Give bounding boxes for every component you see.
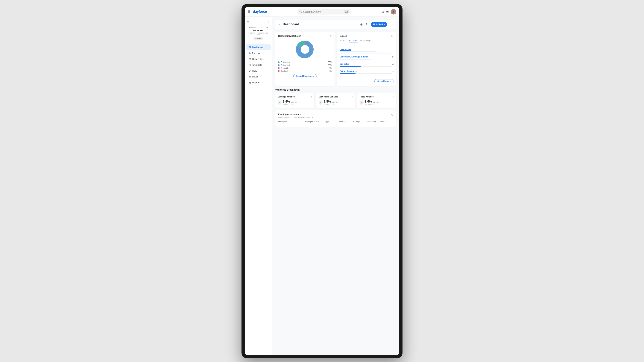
col-employees: Employees (278, 121, 304, 123)
sidebar-item-issues[interactable]: ◎ Issues (246, 74, 271, 79)
legend-blocked: Blocked 2% (278, 70, 332, 72)
col-employee-status: Employee Status (305, 121, 324, 123)
pie-chart-container: Calculating 33% Calculated 65% (278, 40, 332, 72)
sidebar-status-badge: Unlocked (253, 37, 264, 40)
sidebar-item-time-data[interactable]: ◷ Time Data (246, 62, 271, 68)
search-icon: 🔍 (299, 10, 302, 13)
refresh-icon[interactable]: ↻ (365, 22, 369, 27)
sidebar-item-roe[interactable]: ⊙ ROE (246, 68, 271, 74)
issue-count-ded-earn-taxes: 6 (392, 56, 394, 58)
pie-chart (295, 40, 315, 59)
settings-icon[interactable]: ⚙ (382, 10, 384, 13)
search-input[interactable] (303, 10, 342, 13)
deductions-variance-chevron: › (352, 96, 353, 98)
legend-calculating: Calculating 33% (278, 61, 332, 63)
issue-name-other[interactable]: 2 Other Categories (340, 70, 357, 72)
see-all-issues-button[interactable]: See All Issues (374, 79, 394, 83)
search-filter-dropdown[interactable]: All (344, 10, 349, 13)
hamburger-icon[interactable]: ☰ (248, 10, 250, 13)
sidebar-item-label: Preview (252, 52, 260, 54)
taxes-label: Last run (373, 101, 379, 103)
svg-point-0 (300, 45, 309, 54)
sidebar-item-dashboard[interactable]: ⊞ Dashboard (246, 44, 271, 50)
col-earnings: Earnings (353, 121, 366, 123)
unlocked-button[interactable]: Unlocked ▾ (371, 22, 387, 27)
preview-icon: ◎ (248, 52, 251, 54)
data-entries-icon: ▤ (248, 57, 251, 60)
issues-tab-warnings[interactable]: 11 Warnings (360, 40, 371, 43)
issues-refresh-icon[interactable]: ↻ (391, 34, 394, 38)
issue-name-org-setup[interactable]: Org Setup (340, 63, 349, 65)
earnings-variance-title: Earnings Variance (278, 96, 295, 98)
deductions-pct: 2.8% (324, 100, 331, 103)
sidebar-item-reports[interactable]: ▤ Reports (246, 80, 271, 85)
app-logo: dayforce (253, 9, 267, 14)
taxes-variance-card[interactable]: Taxes Variance › ↓ 2.6% Last run $652,46… (357, 93, 396, 108)
committed-dot (278, 67, 280, 69)
calculated-dot (278, 64, 280, 66)
deductions-label: Last run (332, 101, 338, 103)
sidebar-item-label: Dashboard (252, 46, 263, 48)
col-net-pay[interactable]: Net Pay ↓ (339, 121, 352, 123)
issue-name-ded-earn-taxes[interactable]: Deductions, Earnings, & Taxes (340, 56, 368, 58)
earnings-variance-chevron: › (311, 96, 312, 98)
issues-tab-total[interactable]: 31 Total (340, 40, 346, 43)
deductions-variance-card[interactable]: Deductions Variance › ↑ 2.8% Last run $1… (316, 93, 356, 108)
back-button[interactable]: ← (278, 23, 281, 26)
taxes-amount: $652,463.18 (364, 104, 379, 106)
earnings-pct: 3.4% (283, 100, 290, 103)
employee-variances-card: Employee Variances 4% Threshold • 12 Emp… (275, 110, 396, 127)
taxes-variance-title: Taxes Variance (360, 96, 374, 98)
sidebar-item-label: Time Data (252, 64, 262, 66)
sidebar-meta: PPN 17-00 • Paid 09/17/2023 • CAD (245, 32, 272, 36)
sidebar-item-label: ROE (252, 70, 257, 72)
chevron-down-icon: ▾ (384, 23, 385, 26)
sidebar-item-label: Data Entries (252, 58, 264, 60)
issues-tabs: 31 Total 20 Errors 11 Warnings (340, 40, 394, 44)
messages-icon[interactable]: ✉ (386, 10, 389, 13)
issue-row-data-entries: Data Entries 7 (340, 46, 394, 53)
taxes-down-arrow-icon: ↓ (360, 101, 364, 105)
time-data-icon: ◷ (248, 63, 251, 66)
employee-variances-subtitle: 4% Threshold • 12 Employees over thresho… (278, 116, 313, 118)
sidebar-back-icon[interactable]: ◎ (247, 20, 249, 23)
issue-row-org-setup: Org Setup 4 (340, 61, 394, 68)
earnings-label: Last run (291, 101, 297, 103)
sidebar-item-label: Issues (252, 75, 258, 78)
sidebar-item-preview[interactable]: ◎ Preview (246, 50, 271, 56)
sidebar-period: 08/31/2023 - 09/14/2023 (245, 26, 272, 29)
taxes-pct: 2.6% (364, 100, 372, 103)
sidebar-nav: ⊞ Dashboard ◎ Preview ▤ Data Entries ◷ T… (245, 44, 272, 85)
top-cards-grid: Calculation Statuses ↻ (275, 32, 396, 86)
reports-icon: ▤ (248, 81, 251, 84)
earnings-variance-card[interactable]: Earnings Variance › ↑ 3.4% Last run $3,4… (275, 93, 314, 108)
employee-variances-table-header: Employees Employee Status Type Net Pay ↓… (278, 119, 394, 124)
calculation-statuses-header: Calculation Statuses ↻ (278, 34, 332, 38)
topbar-right: ⚙ ✉ 👤 (382, 9, 396, 14)
see-all-employees-button[interactable]: See All Employees (293, 74, 317, 78)
share-icon[interactable]: ⊕ (359, 22, 364, 27)
employee-variances-refresh-icon[interactable]: ↻ (391, 113, 394, 116)
deductions-up-arrow-icon: ↑ (319, 101, 322, 105)
legend-committed: Committed 0% (278, 67, 332, 69)
earnings-amount: $3,483,515.62 (283, 104, 297, 106)
employee-variances-header: Employee Variances 4% Threshold • 12 Emp… (278, 113, 394, 118)
calculation-statuses-refresh-icon[interactable]: ↻ (330, 34, 332, 38)
more-options-icon[interactable]: ⋯ (389, 22, 394, 27)
sidebar-collapse-icon[interactable]: ⊡ (268, 20, 270, 23)
deductions-amount: $1,463,515.62 (324, 104, 338, 106)
user-avatar[interactable]: 👤 (391, 9, 396, 14)
sidebar-item-label: Reports (252, 81, 260, 84)
pie-legend: Calculating 33% Calculated 65% (278, 61, 332, 72)
roe-icon: ⊙ (248, 69, 251, 72)
issue-name-data-entries[interactable]: Data Entries (340, 48, 351, 51)
issues-tab-errors[interactable]: 20 Errors (349, 40, 358, 43)
sidebar-store: US Stores (245, 29, 272, 32)
issues-icon: ◎ (248, 75, 251, 78)
taxes-variance-chevron: › (393, 96, 394, 98)
variances-section: Variances Breakdown Earnings Variance › … (275, 88, 396, 108)
issue-count-data-entries: 7 (392, 49, 394, 51)
sidebar-item-data-entries[interactable]: ▤ Data Entries (246, 56, 271, 62)
issues-card: Issues ↻ 31 Total 20 Errors 11 Warnings … (337, 32, 396, 86)
variances-section-title: Variances Breakdown (275, 88, 396, 91)
